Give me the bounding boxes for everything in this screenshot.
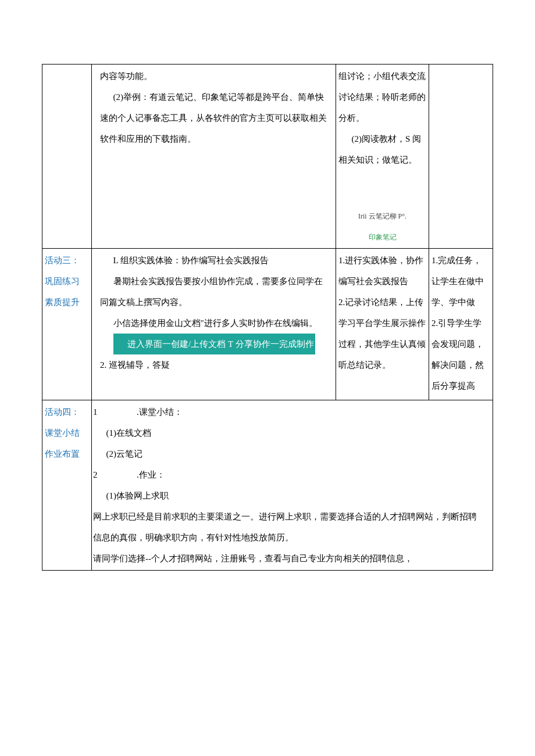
text: .课堂小结： <box>137 407 183 417</box>
cell-r1c4 <box>429 65 493 249</box>
text: 网上求职已经是目前求职的主要渠道之一。进行网上求职，需要选择合适的人才招聘网站，… <box>93 512 477 542</box>
cell-r2c1: 活动三： 巩固练习 素质提升 <box>42 249 92 400</box>
table-row: 活动三： 巩固练习 素质提升 L 组织实践体验：协作编写社会实践报告 暑期社会实… <box>42 249 493 400</box>
text: (1)体验网上求职 <box>93 485 484 506</box>
text: 1.完成任务，让学生在做中学、学中做 <box>431 256 484 307</box>
text: 组讨论；小组代表交流讨论结果；聆听老师的分析。 <box>338 71 426 123</box>
cell-r2c3: 1.进行实践体验，协作编写社会实践报告 2.记录讨论结果，上传学习平台学生展示操… <box>336 249 429 400</box>
note-brand: 印象笔记 <box>369 233 397 241</box>
text: 2. 巡视辅导，答疑 <box>100 360 170 370</box>
text: (1)在线文档 <box>93 422 484 443</box>
cell-r1c1 <box>42 65 92 249</box>
note-brand: Irii 云笔记柳 P°. <box>358 212 406 220</box>
activity-label: 活动三： <box>45 256 80 265</box>
text: 暑期社会实践报告要按小组协作完成，需要多位同学在同篇文稿上撰写内容。 <box>100 271 327 313</box>
cell-r2c4: 1.完成任务，让学生在做中学、学中做 2.引导学生学会发现问题，解决问题，然后分… <box>429 249 493 400</box>
text: L 组织实践体验：协作编写社会实践报告 <box>100 250 327 271</box>
text: (2)阅读教材，S 阅相关知识；做笔记。 <box>338 128 426 170</box>
text: 1 <box>93 407 98 417</box>
text: .作业： <box>137 470 165 479</box>
text: 小信选择使用金山文档"进行多人实时协作在线编辑。 <box>100 313 327 334</box>
text: 内容等功能。 <box>100 71 152 81</box>
activity-label: 巩固练习 <box>45 277 80 286</box>
text: 2.记录讨论结果，上传学习平台学生展示操作过程，其他学生认真倾听总结记录。 <box>338 298 426 370</box>
lesson-plan-table: 内容等功能。 (2)举例：有道云笔记、印象笔记等都是跨平台、简单快速的个人记事备… <box>42 64 493 571</box>
text: 2.引导学生学会发现问题，解决问题，然后分享提高 <box>431 318 484 390</box>
activity-label: 课堂小结 <box>45 428 80 438</box>
cell-r3c1: 活动四： 课堂小结 作业布置 <box>42 400 92 571</box>
text: (2)举例：有道云笔记、印象笔记等都是跨平台、简单快速的个人记事备忘工具，从各软… <box>100 87 327 149</box>
cell-r1c2: 内容等功能。 (2)举例：有道云笔记、印象笔记等都是跨平台、简单快速的个人记事备… <box>92 65 336 249</box>
table-row: 内容等功能。 (2)举例：有道云笔记、印象笔记等都是跨平台、简单快速的个人记事备… <box>42 65 493 249</box>
text: 1.进行实践体验，协作编写社会实践报告 <box>338 256 423 286</box>
highlight-step: 进入界面一创建/上传文档 T 分享协作一完成制作 <box>113 334 315 354</box>
cell-r3c2: 1 .课堂小结： (1)在线文档 (2)云笔记 2 .作业： (1)体验网上求职… <box>92 400 493 571</box>
text: 2 <box>93 470 98 479</box>
table-row: 活动四： 课堂小结 作业布置 1 .课堂小结： (1)在线文档 (2)云笔记 2… <box>42 400 493 571</box>
activity-label: 素质提升 <box>45 298 80 307</box>
activity-label: 活动四： <box>45 407 80 417</box>
activity-label: 作业布置 <box>45 449 80 458</box>
text: (2)云笔记 <box>93 443 484 464</box>
cell-r2c2: L 组织实践体验：协作编写社会实践报告 暑期社会实践报告要按小组协作完成，需要多… <box>92 249 336 400</box>
cell-r1c3: 组讨论；小组代表交流讨论结果；聆听老师的分析。 (2)阅读教材，S 阅相关知识；… <box>336 65 429 249</box>
text: 请同学们选择--个人才招聘网站，注册账号，查看与自己专业方向相关的招聘信息， <box>93 554 413 563</box>
